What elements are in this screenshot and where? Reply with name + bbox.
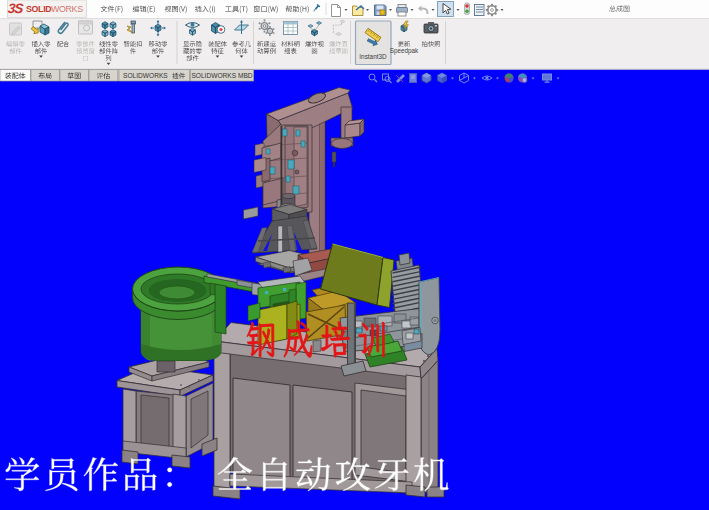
- svg-text:SOLIDWORKS: SOLIDWORKS: [123, 72, 168, 79]
- svg-text:WORKS: WORKS: [51, 4, 83, 14]
- svg-text:SOLID: SOLID: [26, 4, 51, 14]
- svg-text:3S: 3S: [7, 1, 24, 16]
- svg-text:Speedpak: Speedpak: [390, 47, 419, 55]
- svg-text:Instant3D: Instant3D: [359, 53, 387, 60]
- svg-text:SOLIDWORKS MBD: SOLIDWORKS MBD: [191, 72, 252, 79]
